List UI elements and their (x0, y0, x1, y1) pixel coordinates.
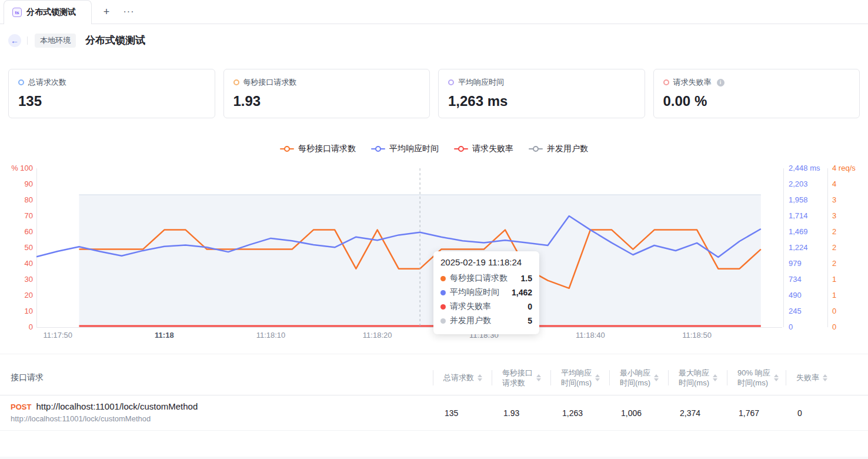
row-value-3: 1,006 (609, 395, 668, 430)
stat-label: 总请求次数 (28, 77, 66, 88)
page-header: ← 本地环境 分布式锁测试 (0, 24, 868, 56)
column-header-label: 每秒接口请求数 (502, 368, 533, 388)
stat-label: 平均响应时间 (458, 77, 504, 88)
more-icon: ··· (123, 6, 135, 17)
legend-label: 每秒接口请求数 (298, 144, 356, 154)
table-header: 接口请求 总请求数每秒接口请求数平均响应时间(ms)最小响应时间(ms)最大响应… (0, 360, 868, 395)
performance-report-page: ts 分布式锁测试 + ··· ← 本地环境 分布式锁测试 总请求次数135每秒… (0, 0, 868, 459)
series-dot-icon (440, 276, 446, 281)
legend-ring (458, 146, 464, 152)
column-header-label: 失败率 (796, 372, 819, 382)
row-value-1: 1.93 (492, 395, 550, 430)
column-header-3[interactable]: 最小响应时间(ms) (609, 368, 668, 388)
x-tick: 11:18:20 (351, 331, 404, 340)
stat-label-row: 平均响应时间 (448, 77, 635, 88)
axis-rps: 4 req/s4332221100 (832, 168, 866, 327)
row-value-4: 2,374 (668, 395, 727, 430)
legend-marker-icon (454, 146, 468, 152)
sort-icon[interactable] (536, 374, 541, 381)
x-tick: 11:18:40 (564, 331, 617, 340)
column-header-4[interactable]: 最大响应时间(ms) (668, 368, 727, 388)
stat-value: 1,263 ms (448, 93, 635, 109)
legend-marker-icon (371, 146, 385, 152)
sort-asc-icon (654, 374, 659, 377)
x-tick: 11:18 (138, 331, 191, 340)
rps-tick: 2 (832, 227, 866, 237)
tab-more-button[interactable]: ··· (121, 5, 136, 18)
column-header-label: 平均响应时间(ms) (561, 368, 592, 388)
back-button[interactable]: ← (8, 34, 21, 47)
column-header-6[interactable]: 失败率 (786, 372, 868, 382)
column-separator (433, 370, 433, 385)
ms-tick: 2,448 ms (789, 164, 825, 173)
column-header-request: 接口请求 (0, 372, 433, 383)
tab-distributed-lock-test[interactable]: ts 分布式锁测试 (4, 0, 92, 24)
percent-tick: 30 (0, 275, 33, 284)
stat-label-row: 请求失败率i (663, 77, 850, 88)
ms-tick: 1,469 (789, 227, 825, 237)
legend-item-1[interactable]: 平均响应时间 (371, 144, 439, 154)
sort-icon[interactable] (595, 374, 600, 381)
legend-ring (284, 146, 290, 152)
ms-tick: 734 (789, 275, 825, 284)
column-header-1[interactable]: 每秒接口请求数 (492, 368, 550, 388)
row-value-5: 1,767 (727, 395, 786, 430)
info-icon[interactable]: i (717, 79, 725, 87)
environment-badge[interactable]: 本地环境 (35, 34, 76, 48)
percent-tick: 60 (0, 227, 33, 237)
sort-icon[interactable] (654, 374, 659, 381)
request-cell: POST http://localhost:11001/lock/customM… (0, 395, 433, 430)
tooltip-series-value: 5 (528, 316, 532, 325)
rps-tick: 1 (832, 275, 866, 284)
series-dot-icon (440, 304, 446, 310)
sort-desc-icon (713, 378, 717, 381)
ms-tick: 245 (789, 307, 825, 316)
column-header-5[interactable]: 90% 响应时间(ms) (727, 368, 786, 388)
tooltip-series-value: 0 (528, 302, 532, 311)
axis-line-ms (783, 168, 784, 327)
users-area-fill (79, 195, 760, 327)
legend-item-3[interactable]: 并发用户数 (529, 144, 588, 154)
stat-value: 1.93 (233, 93, 420, 109)
tooltip-series-value: 1.5 (521, 274, 532, 283)
row-value-0: 135 (433, 395, 492, 430)
metric-ring-icon (233, 79, 239, 85)
stats-row: 总请求次数135每秒接口请求数1.93平均响应时间1,263 ms请求失败率i0… (8, 69, 860, 118)
legend-item-0[interactable]: 每秒接口请求数 (280, 144, 356, 154)
stat-label-row: 每秒接口请求数 (233, 77, 420, 88)
legend-item-2[interactable]: 请求失败率 (454, 144, 513, 154)
column-header-label: 最小响应时间(ms) (620, 368, 650, 388)
row-value-6: 0 (786, 395, 868, 430)
rps-tick: 1 (832, 291, 866, 300)
sort-icon[interactable] (774, 374, 779, 381)
new-tab-button[interactable]: + (100, 5, 113, 18)
column-header-label: 90% 响应时间(ms) (737, 368, 770, 388)
sort-icon[interactable] (478, 374, 482, 381)
ms-tick: 1,958 (789, 195, 825, 205)
column-header-0[interactable]: 总请求数 (433, 372, 492, 382)
ms-tick: 1,224 (789, 243, 825, 252)
sort-icon[interactable] (713, 374, 717, 381)
rps-tick: 2 (832, 259, 866, 268)
column-header-label: 最大响应时间(ms) (679, 368, 709, 388)
percent-tick: 10 (0, 307, 33, 316)
sort-desc-icon (478, 378, 482, 381)
ms-tick: 1,714 (789, 211, 825, 221)
series-dot-icon (440, 290, 446, 295)
chart-plot-area[interactable] (36, 168, 782, 327)
chart-legend: 每秒接口请求数平均响应时间请求失败率并发用户数 (0, 144, 868, 154)
table-row[interactable]: POST http://localhost:11001/lock/customM… (0, 395, 868, 431)
chart-tooltip: 2025-02-19 11:18:24 每秒接口请求数1.5平均响应时间1,46… (433, 251, 539, 334)
axis-line-rps (827, 168, 828, 327)
percent-tick: 90 (0, 179, 33, 189)
column-header-2[interactable]: 平均响应时间(ms) (550, 368, 609, 388)
column-separator (727, 370, 727, 385)
arrow-left-icon: ← (11, 36, 19, 45)
tooltip-series-label: 每秒接口请求数 (450, 273, 508, 284)
rps-tick: 4 req/s (832, 164, 866, 173)
ms-tick: 2,203 (789, 179, 825, 189)
column-separator (609, 370, 610, 385)
sort-icon[interactable] (823, 374, 827, 381)
rps-tick: 4 (832, 179, 866, 189)
percent-tick: 70 (0, 211, 33, 221)
